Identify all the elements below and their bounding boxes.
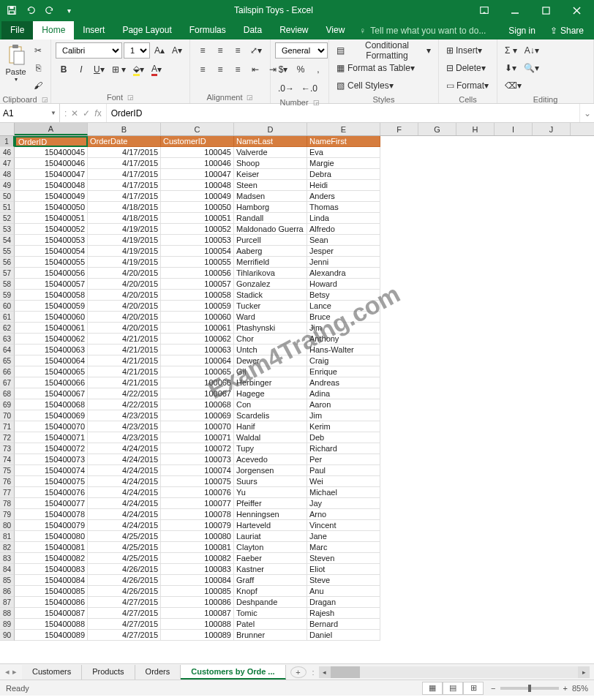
data-cell[interactable]: 4/21/2015 [88, 366, 161, 377]
paste-button[interactable]: Paste▾ [4, 42, 27, 94]
align-right-button[interactable]: ≡ [230, 61, 246, 78]
data-cell[interactable]: 150400049 [15, 191, 88, 202]
data-cell[interactable]: 100046 [161, 158, 234, 169]
tab-formulas[interactable]: Formulas [181, 21, 235, 39]
find-select-button[interactable]: 🔍▾ [521, 60, 542, 76]
data-cell[interactable]: Merrifield [234, 257, 307, 268]
scroll-thumb[interactable] [331, 666, 360, 678]
data-cell[interactable]: 4/17/2015 [88, 147, 161, 158]
close-icon[interactable] [562, 2, 591, 18]
row-header[interactable]: 50 [0, 191, 15, 202]
data-cell[interactable]: 4/24/2015 [88, 443, 161, 454]
font-color-button[interactable]: A▾ [148, 61, 165, 78]
row-header[interactable]: 84 [0, 564, 15, 575]
expand-formula-bar-icon[interactable]: ⌄ [579, 104, 594, 122]
data-cell[interactable]: 4/17/2015 [88, 191, 161, 202]
data-cell[interactable]: 150400058 [15, 290, 88, 301]
spreadsheet-grid[interactable]: ABCDEFGHIJ 1OrderIDOrderDateCustomerIDNa… [0, 123, 594, 663]
data-cell[interactable]: 100080 [161, 531, 234, 542]
data-cell[interactable]: Pfeiffer [234, 498, 307, 509]
fill-button[interactable]: ⬇▾ [502, 60, 519, 76]
data-cell[interactable]: Enrique [307, 366, 380, 377]
data-cell[interactable]: 100059 [161, 301, 234, 312]
tab-view[interactable]: View [317, 21, 354, 39]
data-cell[interactable]: Herbinger [234, 377, 307, 388]
row-header[interactable]: 80 [0, 520, 15, 531]
data-cell[interactable]: 150400055 [15, 257, 88, 268]
data-cell[interactable]: 150400054 [15, 246, 88, 257]
row-header[interactable]: 83 [0, 553, 15, 564]
data-cell[interactable]: 150400088 [15, 619, 88, 630]
data-cell[interactable]: 150400045 [15, 147, 88, 158]
page-layout-view-button[interactable]: ▤ [443, 682, 463, 695]
data-cell[interactable]: 150400086 [15, 597, 88, 608]
row-header[interactable]: 77 [0, 487, 15, 498]
data-cell[interactable]: Alfredo [307, 224, 380, 235]
row-header[interactable]: 47 [0, 158, 15, 169]
row-header[interactable]: 60 [0, 301, 15, 312]
data-cell[interactable]: Purcell [234, 235, 307, 246]
data-cell[interactable]: Waldal [234, 432, 307, 443]
font-size-select[interactable]: 11 [124, 42, 150, 59]
data-cell[interactable]: 100076 [161, 487, 234, 498]
data-cell[interactable]: Vincent [307, 520, 380, 531]
data-cell[interactable]: Craig [307, 355, 380, 366]
data-cell[interactable]: Linda [307, 213, 380, 224]
ribbon-options-icon[interactable] [470, 2, 499, 18]
data-cell[interactable]: Gil [234, 366, 307, 377]
data-cell[interactable]: Howard [307, 279, 380, 290]
data-cell[interactable]: 150400087 [15, 608, 88, 619]
redo-icon[interactable] [41, 2, 59, 18]
data-cell[interactable]: 150400060 [15, 312, 88, 323]
row-header[interactable]: 85 [0, 575, 15, 586]
column-header-H[interactable]: H [456, 123, 495, 135]
table-header-cell[interactable]: CustomerID [161, 136, 234, 147]
data-cell[interactable]: 150400080 [15, 531, 88, 542]
row-header[interactable]: 52 [0, 213, 15, 224]
data-cell[interactable]: Deshpande [234, 597, 307, 608]
data-cell[interactable]: Alexandra [307, 268, 380, 279]
row-header[interactable]: 53 [0, 224, 15, 235]
data-cell[interactable]: 150400057 [15, 279, 88, 290]
data-cell[interactable]: Thomas [307, 202, 380, 213]
font-name-select[interactable]: Calibri [56, 42, 122, 59]
fill-color-button[interactable]: ⬙▾ [130, 61, 147, 78]
data-cell[interactable]: Richard [307, 443, 380, 454]
row-header[interactable]: 51 [0, 202, 15, 213]
data-cell[interactable]: 150400070 [15, 421, 88, 432]
data-cell[interactable]: 150400067 [15, 388, 88, 399]
comma-button[interactable]: , [310, 61, 326, 78]
row-header[interactable]: 82 [0, 542, 15, 553]
data-cell[interactable]: Dragan [307, 597, 380, 608]
table-header-cell[interactable]: NameLast [234, 136, 307, 147]
data-cell[interactable]: Eliot [307, 564, 380, 575]
data-cell[interactable]: 100087 [161, 608, 234, 619]
data-cell[interactable]: 100072 [161, 443, 234, 454]
data-cell[interactable]: 100045 [161, 147, 234, 158]
data-cell[interactable]: 4/27/2015 [88, 597, 161, 608]
data-cell[interactable]: 150400047 [15, 169, 88, 180]
insert-cells-button[interactable]: ⊞ Insert ▾ [443, 42, 492, 59]
save-icon[interactable] [3, 2, 20, 18]
data-cell[interactable]: 4/23/2015 [88, 432, 161, 443]
select-all-corner[interactable] [0, 123, 15, 135]
decrease-decimal-button[interactable]: ←.0 [298, 80, 320, 97]
data-cell[interactable]: 150400081 [15, 542, 88, 553]
data-cell[interactable]: 4/19/2015 [88, 246, 161, 257]
data-cell[interactable]: 150400062 [15, 334, 88, 345]
data-cell[interactable]: Marc [307, 542, 380, 553]
font-dialog-icon[interactable]: ◲ [127, 94, 134, 101]
data-cell[interactable]: 4/18/2015 [88, 213, 161, 224]
share-button[interactable]: ⇪Share [544, 22, 590, 39]
zoom-slider[interactable] [500, 687, 559, 690]
data-cell[interactable]: 150400072 [15, 443, 88, 454]
data-cell[interactable]: 100070 [161, 421, 234, 432]
data-cell[interactable]: Bernard [307, 619, 380, 630]
delete-cells-button[interactable]: ⊟ Delete ▾ [443, 60, 492, 76]
data-cell[interactable]: 100065 [161, 366, 234, 377]
data-cell[interactable]: 100075 [161, 476, 234, 487]
percent-button[interactable]: % [293, 61, 309, 78]
data-cell[interactable]: 150400059 [15, 301, 88, 312]
data-cell[interactable]: 4/24/2015 [88, 454, 161, 465]
data-cell[interactable]: Scardelis [234, 410, 307, 421]
